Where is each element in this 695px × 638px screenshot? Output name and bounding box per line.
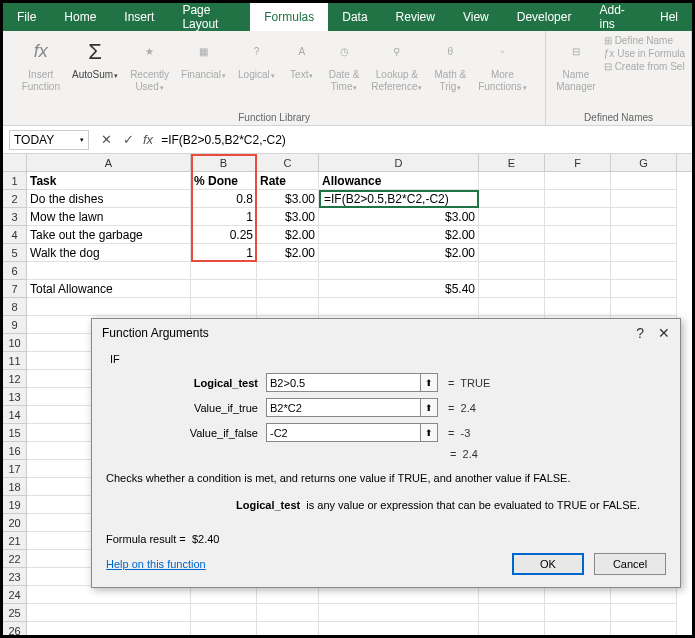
tab-developer[interactable]: Developer <box>503 3 586 31</box>
cell-D26[interactable] <box>319 622 479 638</box>
insert-function-button[interactable]: fx Insert Function <box>18 35 64 95</box>
cell-B2[interactable]: 0.8 <box>191 190 257 208</box>
arg-input-value_if_true[interactable] <box>266 398 421 417</box>
tab-data[interactable]: Data <box>328 3 381 31</box>
cell-C4[interactable]: $2.00 <box>257 226 319 244</box>
cell-F4[interactable] <box>545 226 611 244</box>
cell-C24[interactable] <box>257 586 319 604</box>
col-header-B[interactable]: B <box>191 154 257 171</box>
logical-button[interactable]: ? Logical▾ <box>234 35 279 83</box>
row-header[interactable]: 6 <box>3 262 27 280</box>
cell-B8[interactable] <box>191 298 257 316</box>
cell-A25[interactable] <box>27 604 191 622</box>
cell-F25[interactable] <box>545 604 611 622</box>
tab-view[interactable]: View <box>449 3 503 31</box>
tab-file[interactable]: File <box>3 3 50 31</box>
row-header[interactable]: 4 <box>3 226 27 244</box>
col-header-D[interactable]: D <box>319 154 479 171</box>
tab-page-layout[interactable]: Page Layout <box>168 3 250 31</box>
row-header[interactable]: 3 <box>3 208 27 226</box>
collapse-button[interactable]: ⬆ <box>420 423 438 442</box>
cell-D8[interactable] <box>319 298 479 316</box>
cell-G5[interactable] <box>611 244 677 262</box>
cell-G4[interactable] <box>611 226 677 244</box>
cell-B5[interactable]: 1 <box>191 244 257 262</box>
help-button[interactable]: ? <box>636 325 644 341</box>
cell-E7[interactable] <box>479 280 545 298</box>
tab-hel[interactable]: Hel <box>646 3 692 31</box>
create-selection-button[interactable]: ⊟Create from Sel <box>604 61 685 72</box>
fx-icon[interactable]: fx <box>139 132 157 147</box>
collapse-button[interactable]: ⬆ <box>420 373 438 392</box>
cell-F24[interactable] <box>545 586 611 604</box>
cell-C7[interactable] <box>257 280 319 298</box>
row-header[interactable]: 11 <box>3 352 27 370</box>
cell-B6[interactable] <box>191 262 257 280</box>
cell-C26[interactable] <box>257 622 319 638</box>
cell-G25[interactable] <box>611 604 677 622</box>
cell-F2[interactable] <box>545 190 611 208</box>
row-header[interactable]: 23 <box>3 568 27 586</box>
row-header[interactable]: 25 <box>3 604 27 622</box>
more-functions-button[interactable]: ▫ More Functions▾ <box>474 35 530 95</box>
cell-A8[interactable] <box>27 298 191 316</box>
cell-F5[interactable] <box>545 244 611 262</box>
cell-D1[interactable]: Allowance <box>319 172 479 190</box>
cell-G8[interactable] <box>611 298 677 316</box>
cell-D6[interactable] <box>319 262 479 280</box>
formula-input[interactable] <box>157 130 692 150</box>
cell-G7[interactable] <box>611 280 677 298</box>
cancel-formula-button[interactable]: ✕ <box>95 132 117 147</box>
arg-input-logical_test[interactable] <box>266 373 421 392</box>
cell-C2[interactable]: $3.00 <box>257 190 319 208</box>
cell-B26[interactable] <box>191 622 257 638</box>
help-link[interactable]: Help on this function <box>106 558 206 570</box>
cell-G1[interactable] <box>611 172 677 190</box>
row-header[interactable]: 18 <box>3 478 27 496</box>
ok-button[interactable]: OK <box>512 553 584 575</box>
cell-D3[interactable]: $3.00 <box>319 208 479 226</box>
row-header[interactable]: 9 <box>3 316 27 334</box>
cell-B7[interactable] <box>191 280 257 298</box>
cell-E1[interactable] <box>479 172 545 190</box>
cell-G24[interactable] <box>611 586 677 604</box>
name-manager-button[interactable]: ⊟ Name Manager <box>552 35 599 95</box>
row-header[interactable]: 2 <box>3 190 27 208</box>
cell-C25[interactable] <box>257 604 319 622</box>
cell-E5[interactable] <box>479 244 545 262</box>
cell-A3[interactable]: Mow the lawn <box>27 208 191 226</box>
row-header[interactable]: 1 <box>3 172 27 190</box>
cell-B25[interactable] <box>191 604 257 622</box>
row-header[interactable]: 24 <box>3 586 27 604</box>
recently-used-button[interactable]: ★ Recently Used▾ <box>126 35 173 95</box>
cell-A2[interactable]: Do the dishes <box>27 190 191 208</box>
row-header[interactable]: 15 <box>3 424 27 442</box>
cancel-button[interactable]: Cancel <box>594 553 666 575</box>
text-button[interactable]: A Text▾ <box>283 35 321 83</box>
row-header[interactable]: 10 <box>3 334 27 352</box>
cell-D24[interactable] <box>319 586 479 604</box>
cell-G2[interactable] <box>611 190 677 208</box>
cell-A5[interactable]: Walk the dog <box>27 244 191 262</box>
date-time-button[interactable]: ◷ Date & Time▾ <box>325 35 364 95</box>
row-header[interactable]: 7 <box>3 280 27 298</box>
cell-D5[interactable]: $2.00 <box>319 244 479 262</box>
row-header[interactable]: 12 <box>3 370 27 388</box>
cell-E26[interactable] <box>479 622 545 638</box>
cell-B24[interactable] <box>191 586 257 604</box>
col-header-E[interactable]: E <box>479 154 545 171</box>
cell-E8[interactable] <box>479 298 545 316</box>
cell-E24[interactable] <box>479 586 545 604</box>
cell-C1[interactable]: Rate <box>257 172 319 190</box>
row-header[interactable]: 5 <box>3 244 27 262</box>
cell-G26[interactable] <box>611 622 677 638</box>
tab-insert[interactable]: Insert <box>110 3 168 31</box>
row-header[interactable]: 14 <box>3 406 27 424</box>
cell-A24[interactable] <box>27 586 191 604</box>
enter-formula-button[interactable]: ✓ <box>117 132 139 147</box>
cell-E3[interactable] <box>479 208 545 226</box>
select-all-corner[interactable] <box>3 154 27 171</box>
cell-C3[interactable]: $3.00 <box>257 208 319 226</box>
cell-F3[interactable] <box>545 208 611 226</box>
col-header-C[interactable]: C <box>257 154 319 171</box>
